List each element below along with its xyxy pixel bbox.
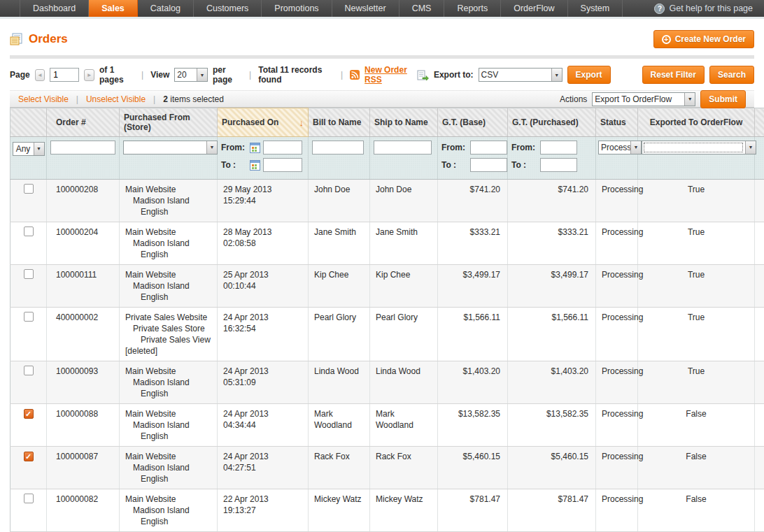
- filter-order-input[interactable]: [50, 141, 115, 154]
- gt-base-cell: $333.21: [438, 222, 508, 265]
- filter-gt-purchased-to-input[interactable]: [540, 158, 577, 172]
- export-button[interactable]: Export: [567, 66, 611, 84]
- calendar-icon[interactable]: [250, 160, 260, 171]
- per-page-select[interactable]: 20 ▼: [174, 68, 208, 82]
- nav-tab-system[interactable]: System: [568, 0, 623, 17]
- store-line: Main Website: [125, 366, 211, 377]
- filter-purchased-on-from-input[interactable]: [263, 141, 302, 154]
- page-number-input[interactable]: [50, 68, 79, 82]
- header-gt-base[interactable]: G.T. (Base): [438, 108, 508, 137]
- submit-button[interactable]: Submit: [700, 90, 746, 108]
- store-cell: Main WebsiteMadison IslandEnglish: [120, 361, 218, 404]
- table-row[interactable]: ✓100000087Main WebsiteMadison IslandEngl…: [10, 447, 764, 489]
- unselect-visible-link[interactable]: Unselect Visible: [86, 94, 146, 104]
- store-line: English: [125, 249, 211, 260]
- row-checkbox[interactable]: [24, 366, 34, 375]
- table-row[interactable]: ✓100000088Main WebsiteMadison IslandEngl…: [10, 404, 764, 447]
- row-checkbox[interactable]: [24, 227, 34, 236]
- header-order-number[interactable]: Order #: [47, 108, 120, 137]
- create-new-order-button[interactable]: + Create New Order: [653, 30, 754, 48]
- filter-purchased-on-to-input[interactable]: [263, 158, 302, 172]
- bill-to-name-cell: John Doe: [309, 180, 370, 222]
- filter-exported-select[interactable]: ▼: [642, 141, 756, 154]
- row-checkbox[interactable]: [24, 312, 34, 322]
- header-status[interactable]: Status: [596, 108, 638, 137]
- header-label: Ship to Name: [374, 117, 428, 127]
- row-checkbox[interactable]: ✓: [24, 452, 34, 461]
- previous-page-button[interactable]: ◄: [35, 69, 45, 81]
- export-format-value: CSV: [479, 69, 551, 81]
- row-checkbox[interactable]: [24, 494, 34, 503]
- header-gt-purchased[interactable]: G.T. (Purchased): [508, 108, 596, 137]
- filter-gt-base-to-input[interactable]: [470, 158, 507, 172]
- from-label: From:: [221, 142, 247, 153]
- filter-status-select[interactable]: Processing ▼: [598, 141, 642, 154]
- header-bill-to-name[interactable]: Bill to Name: [309, 108, 370, 137]
- search-button[interactable]: Search: [709, 66, 754, 84]
- nav-tab-promotions[interactable]: Promotions: [262, 0, 332, 17]
- table-row[interactable]: 100000208Main WebsiteMadison IslandEngli…: [10, 180, 764, 222]
- store-line: Madison Island: [125, 280, 211, 292]
- row-checkbox[interactable]: [24, 269, 34, 279]
- filter-bill-to-input[interactable]: [312, 141, 364, 154]
- order-number-cell: 100000087: [47, 447, 120, 489]
- new-order-rss-link[interactable]: New Order RSS: [365, 65, 417, 85]
- gt-base-cell: $3,499.17: [438, 265, 508, 308]
- table-row[interactable]: 100000111Main WebsiteMadison IslandEngli…: [10, 265, 764, 308]
- header-overflow-cell: [755, 108, 764, 137]
- orders-table-body: 100000208Main WebsiteMadison IslandEngli…: [10, 180, 764, 532]
- header-label: Exported To OrderFlow: [650, 117, 742, 127]
- filter-ship-to-input[interactable]: [374, 141, 432, 154]
- row-checkbox[interactable]: ✓: [24, 409, 34, 419]
- header-exported-to-orderflow[interactable]: Exported To OrderFlow: [638, 108, 755, 137]
- exported-to-orderflow-cell: True: [638, 308, 755, 361]
- nav-tab-reports[interactable]: Reports: [444, 0, 501, 17]
- export-format-select[interactable]: CSV ▼: [479, 68, 563, 82]
- table-row[interactable]: 100000082Main WebsiteMadison IslandEngli…: [10, 489, 764, 532]
- export-to-label: Export to:: [434, 70, 474, 80]
- grid-header-row: Order # Purchased From (Store) Purchased…: [10, 108, 764, 137]
- ship-to-name-cell: Pearl Glory: [370, 308, 438, 361]
- massaction-action-select[interactable]: Export To OrderFlow ▼: [592, 92, 695, 106]
- filter-store-select[interactable]: ▼: [123, 141, 218, 154]
- reset-filter-button[interactable]: Reset Filter: [642, 66, 705, 84]
- table-row[interactable]: 100000204Main WebsiteMadison IslandEngli…: [10, 222, 764, 265]
- store-line: Private Sales Store: [125, 323, 211, 334]
- massaction-any-select[interactable]: Any ▼: [13, 142, 45, 156]
- nav-tab-newsletter[interactable]: Newsletter: [332, 0, 399, 17]
- chevron-down-icon: ▼: [197, 69, 207, 81]
- row-checkbox-cell: [10, 361, 47, 404]
- nav-tab-customers[interactable]: Customers: [194, 0, 262, 17]
- grid-toolbar: Page ◄ ► of 1 pages | View 20 ▼ per page…: [10, 65, 754, 85]
- header-purchased-on[interactable]: Purchased On ↓: [218, 108, 309, 137]
- nav-tab-orderflow[interactable]: OrderFlow: [501, 0, 567, 17]
- store-line: Madison Island: [125, 195, 211, 206]
- status-cell: Processing: [596, 265, 638, 308]
- grid-filter-row: Any ▼ ▼ From: To :: [10, 137, 764, 180]
- page-title-text: Orders: [29, 32, 68, 46]
- page-label: Page: [10, 70, 30, 80]
- table-row[interactable]: 400000002Private Sales WebsitePrivate Sa…: [10, 308, 764, 361]
- filter-gt-base-from-input[interactable]: [470, 141, 507, 154]
- overflow-cell: [755, 489, 764, 532]
- header-purchased-from[interactable]: Purchased From (Store): [120, 108, 218, 137]
- help-link[interactable]: ? Get help for this page: [654, 0, 764, 17]
- nav-tab-catalog[interactable]: Catalog: [138, 0, 194, 17]
- from-label: From:: [511, 142, 537, 153]
- overflow-cell: [755, 265, 764, 308]
- calendar-icon[interactable]: [250, 143, 260, 153]
- header-ship-to-name[interactable]: Ship to Name: [370, 108, 438, 137]
- row-checkbox[interactable]: [24, 184, 34, 194]
- table-row[interactable]: 100000093Main WebsiteMadison IslandEngli…: [10, 361, 764, 404]
- select-visible-link[interactable]: Select Visible: [18, 94, 69, 104]
- nav-tab-cms[interactable]: CMS: [399, 0, 445, 17]
- nav-tab-sales[interactable]: Sales: [89, 0, 138, 17]
- per-page-label: per page: [213, 65, 242, 85]
- next-page-button[interactable]: ►: [84, 69, 94, 81]
- header-label: Purchased On: [222, 117, 278, 127]
- filter-gt-purchased-from-input[interactable]: [540, 141, 577, 154]
- status-cell: Processing: [596, 361, 638, 404]
- chevron-down-icon: ▼: [745, 141, 756, 154]
- filter-gt-purchased-cell: From: To :: [508, 137, 596, 180]
- nav-tab-dashboard[interactable]: Dashboard: [20, 0, 89, 17]
